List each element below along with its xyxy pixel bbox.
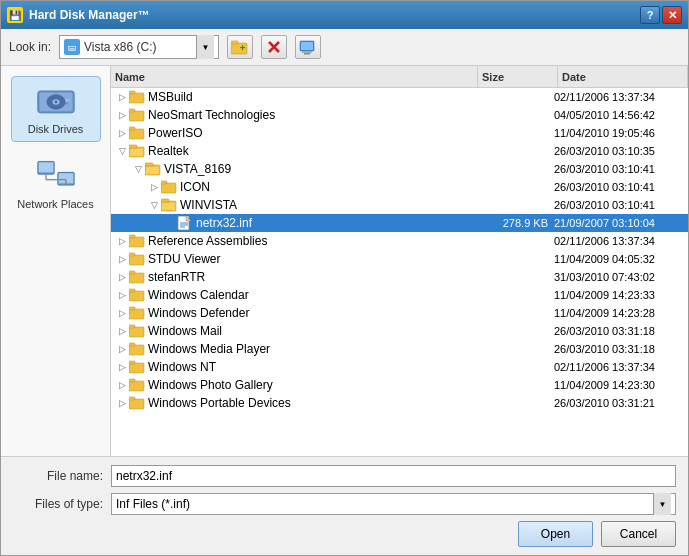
svg-rect-28 (129, 127, 135, 130)
expand-button[interactable]: ▷ (115, 342, 129, 356)
help-button[interactable]: ? (640, 6, 660, 24)
expand-button[interactable]: ▷ (115, 252, 129, 266)
folder-icon (129, 342, 145, 356)
col-header-size[interactable]: Size (478, 66, 558, 87)
folder-icon (129, 108, 145, 122)
list-item[interactable]: ▷ stefanRTR31/03/2010 07:43:02 (111, 268, 688, 286)
delete-button[interactable] (261, 35, 287, 59)
item-date: 11/04/2009 14:23:33 (554, 289, 684, 301)
expand-button[interactable]: ▷ (115, 90, 129, 104)
folder-icon (129, 234, 145, 248)
sidebar-disk-drives-label: Disk Drives (28, 123, 84, 135)
file-list-header: Name Size Date (111, 66, 688, 88)
item-date: 21/09/2007 03:10:04 (554, 217, 684, 229)
open-button[interactable]: Open (518, 521, 593, 547)
folder-icon (129, 360, 145, 374)
list-item[interactable]: ▷ PowerISO11/04/2010 19:05:46 (111, 124, 688, 142)
svg-rect-60 (129, 361, 135, 364)
expand-button[interactable]: ▷ (115, 270, 129, 284)
col-header-date[interactable]: Date (558, 66, 688, 87)
svg-rect-1 (231, 41, 238, 44)
list-item[interactable]: ▽ VISTA_816926/03/2010 03:10:41 (111, 160, 688, 178)
expand-button[interactable]: ▷ (115, 234, 129, 248)
file-list[interactable]: ▷ MSBuild02/11/2006 13:37:34▷ NeoSmart T… (111, 88, 688, 456)
filetype-dropdown-arrow[interactable]: ▼ (653, 493, 671, 515)
list-item[interactable]: ▷ NeoSmart Technologies04/05/2010 14:56:… (111, 106, 688, 124)
item-name: stefanRTR (148, 270, 474, 284)
item-name: Windows Portable Devices (148, 396, 474, 410)
item-date: 26/03/2010 03:31:21 (554, 397, 684, 409)
list-item[interactable]: ▷ Windows Mail26/03/2010 03:31:18 (111, 322, 688, 340)
svg-rect-58 (129, 343, 135, 346)
bottom-area: File name: Files of type: Inf Files (*.i… (1, 456, 688, 555)
list-item[interactable]: ▷ Reference Assemblies02/11/2006 13:37:3… (111, 232, 688, 250)
col-header-name[interactable]: Name (111, 66, 478, 87)
folder-icon (129, 324, 145, 338)
buttons-row: Open Cancel (13, 521, 676, 547)
list-item[interactable]: ▷ Windows Photo Gallery11/04/2009 14:23:… (111, 376, 688, 394)
folder-icon (129, 270, 145, 284)
expand-button[interactable]: ▷ (115, 306, 129, 320)
window-title: Hard Disk Manager™ (29, 8, 640, 22)
folder-icon (129, 288, 145, 302)
svg-rect-23 (129, 93, 144, 103)
filetype-label: Files of type: (13, 497, 103, 511)
svg-rect-47 (129, 255, 144, 265)
filetype-row: Files of type: Inf Files (*.inf) ▼ (13, 493, 676, 515)
svg-rect-51 (129, 291, 144, 301)
folder-icon (161, 180, 177, 194)
expand-button[interactable]: ▷ (115, 108, 129, 122)
item-date: 11/04/2009 14:23:30 (554, 379, 684, 391)
toolbar: Look in: 🖴 Vista x86 (C:) ▼ + (1, 29, 688, 66)
list-item[interactable]: ▷ STDU Viewer11/04/2009 04:05:32 (111, 250, 688, 268)
close-button[interactable]: ✕ (662, 6, 682, 24)
look-in-combo[interactable]: 🖴 Vista x86 (C:) ▼ (59, 35, 219, 59)
item-name: Windows NT (148, 360, 474, 374)
expand-button[interactable]: ▷ (115, 324, 129, 338)
sidebar-item-disk-drives[interactable]: Disk Drives (11, 76, 101, 142)
collapse-button[interactable]: ▽ (147, 198, 161, 212)
filename-input[interactable] (111, 465, 676, 487)
svg-rect-59 (129, 363, 144, 373)
svg-rect-26 (129, 109, 135, 112)
folder-icon (129, 306, 145, 320)
list-item[interactable]: ▷ MSBuild02/11/2006 13:37:34 (111, 88, 688, 106)
list-item[interactable]: ▷ Windows Calendar11/04/2009 14:23:33 (111, 286, 688, 304)
collapse-button[interactable]: ▽ (115, 144, 129, 158)
svg-rect-36 (161, 181, 167, 184)
expand-button[interactable]: ▷ (115, 360, 129, 374)
item-date: 26/03/2010 03:31:18 (554, 325, 684, 337)
expand-button[interactable]: ▷ (115, 396, 129, 410)
list-item[interactable]: ▷ Windows NT02/11/2006 13:37:34 (111, 358, 688, 376)
item-name: Reference Assemblies (148, 234, 474, 248)
list-item[interactable]: ▽ Realtek26/03/2010 03:10:35 (111, 142, 688, 160)
network-button[interactable] (295, 35, 321, 59)
folder-icon (129, 144, 145, 158)
main-content: Disk Drives Network Places (1, 66, 688, 456)
item-name: Windows Media Player (148, 342, 474, 356)
expand-button[interactable]: ▷ (147, 180, 161, 194)
expand-button[interactable]: ▷ (115, 378, 129, 392)
item-date: 26/03/2010 03:10:41 (554, 181, 684, 193)
list-item[interactable]: ▷ Windows Media Player26/03/2010 03:31:1… (111, 340, 688, 358)
sidebar-item-network-places[interactable]: Network Places (11, 152, 101, 216)
list-item[interactable]: ▷ ICON26/03/2010 03:10:41 (111, 178, 688, 196)
cancel-button[interactable]: Cancel (601, 521, 676, 547)
svg-rect-49 (129, 273, 144, 283)
new-folder-button[interactable]: + (227, 35, 253, 59)
collapse-button[interactable]: ▽ (131, 162, 145, 176)
list-item[interactable]: ▷ Windows Defender11/04/2009 14:23:28 (111, 304, 688, 322)
list-item[interactable]: netrx32.inf278.9 KB21/09/2007 03:10:04 (111, 214, 688, 232)
svg-point-13 (54, 101, 57, 104)
look-in-label: Look in: (9, 40, 51, 54)
expand-button[interactable]: ▷ (115, 288, 129, 302)
expand-button[interactable]: ▷ (115, 126, 129, 140)
svg-rect-30 (129, 145, 137, 148)
look-in-dropdown-arrow[interactable]: ▼ (196, 35, 214, 59)
list-item[interactable]: ▽ WINVISTA26/03/2010 03:10:41 (111, 196, 688, 214)
item-date: 26/03/2010 03:10:35 (554, 145, 684, 157)
filetype-value: Inf Files (*.inf) (116, 497, 653, 511)
filetype-combo[interactable]: Inf Files (*.inf) ▼ (111, 493, 676, 515)
folder-icon (129, 378, 145, 392)
list-item[interactable]: ▷ Windows Portable Devices26/03/2010 03:… (111, 394, 688, 412)
